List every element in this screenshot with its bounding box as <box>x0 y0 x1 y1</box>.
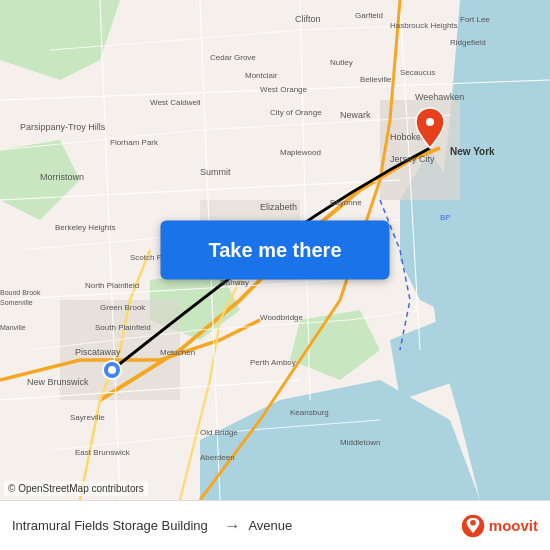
svg-text:Newark: Newark <box>340 110 371 120</box>
svg-text:Montclair: Montclair <box>245 71 278 80</box>
svg-point-52 <box>108 366 116 374</box>
svg-text:Ridgefield: Ridgefield <box>450 38 486 47</box>
map-container: Morristown Florham Park Berkeley Heights… <box>0 0 550 500</box>
moovit-icon <box>461 514 485 538</box>
svg-text:Jersey City: Jersey City <box>390 154 435 164</box>
svg-text:Middletown: Middletown <box>340 438 380 447</box>
svg-text:Summit: Summit <box>200 167 231 177</box>
svg-text:Secaucus: Secaucus <box>400 68 435 77</box>
svg-text:Manville: Manville <box>0 324 26 331</box>
moovit-logo: moovit <box>461 514 538 538</box>
map-attribution: © OpenStreetMap contributors <box>4 481 148 496</box>
svg-text:Bayonne: Bayonne <box>330 198 362 207</box>
svg-text:Keansburg: Keansburg <box>290 408 329 417</box>
svg-text:Piscataway: Piscataway <box>75 347 121 357</box>
svg-text:Parsippany-Troy Hills: Parsippany-Troy Hills <box>20 122 106 132</box>
svg-text:Old Bridge: Old Bridge <box>200 428 238 437</box>
moovit-label: moovit <box>489 517 538 534</box>
svg-text:Cedar Grove: Cedar Grove <box>210 53 256 62</box>
origin-label: Intramural Fields Storage Building <box>12 518 216 533</box>
svg-text:Elizabeth: Elizabeth <box>260 202 297 212</box>
svg-text:Aberdeen: Aberdeen <box>200 453 235 462</box>
svg-text:Somerville: Somerville <box>0 299 33 306</box>
svg-text:West Caldwell: West Caldwell <box>150 98 201 107</box>
svg-text:Bound Brook: Bound Brook <box>0 289 41 296</box>
svg-text:North Plainfield: North Plainfield <box>85 281 139 290</box>
footer-bar: Intramural Fields Storage Building → Ave… <box>0 500 550 550</box>
svg-text:Woodbridge: Woodbridge <box>260 313 304 322</box>
svg-text:Sayreville: Sayreville <box>70 413 105 422</box>
svg-text:Garfield: Garfield <box>355 11 383 20</box>
svg-text:Fort Lee: Fort Lee <box>460 15 490 24</box>
svg-text:City of Orange: City of Orange <box>270 108 322 117</box>
clifton-label: Clifton <box>295 14 321 24</box>
take-me-there-button[interactable]: Take me there <box>160 221 389 280</box>
svg-point-55 <box>470 520 476 526</box>
svg-text:Green Brook: Green Brook <box>100 303 146 312</box>
svg-text:Perth Amboy: Perth Amboy <box>250 358 296 367</box>
arrow-icon: → <box>224 517 240 535</box>
svg-text:South Plainfield: South Plainfield <box>95 323 151 332</box>
svg-text:New York: New York <box>450 146 495 157</box>
destination-label: Avenue <box>248 518 452 533</box>
svg-text:Berkeley Heights: Berkeley Heights <box>55 223 115 232</box>
svg-text:BP: BP <box>440 213 451 222</box>
svg-text:Metuchen: Metuchen <box>160 348 195 357</box>
svg-point-53 <box>426 118 434 126</box>
svg-text:Belleville: Belleville <box>360 75 392 84</box>
svg-text:New Brunswick: New Brunswick <box>27 377 89 387</box>
svg-text:Florham Park: Florham Park <box>110 138 159 147</box>
svg-text:Weehawken: Weehawken <box>415 92 464 102</box>
svg-text:East Brunswick: East Brunswick <box>75 448 131 457</box>
svg-text:Nutley: Nutley <box>330 58 353 67</box>
svg-text:Morristown: Morristown <box>40 172 84 182</box>
svg-text:Hasbrouck Heights: Hasbrouck Heights <box>390 21 458 30</box>
svg-text:West Orange: West Orange <box>260 85 308 94</box>
svg-text:Maplewood: Maplewood <box>280 148 321 157</box>
